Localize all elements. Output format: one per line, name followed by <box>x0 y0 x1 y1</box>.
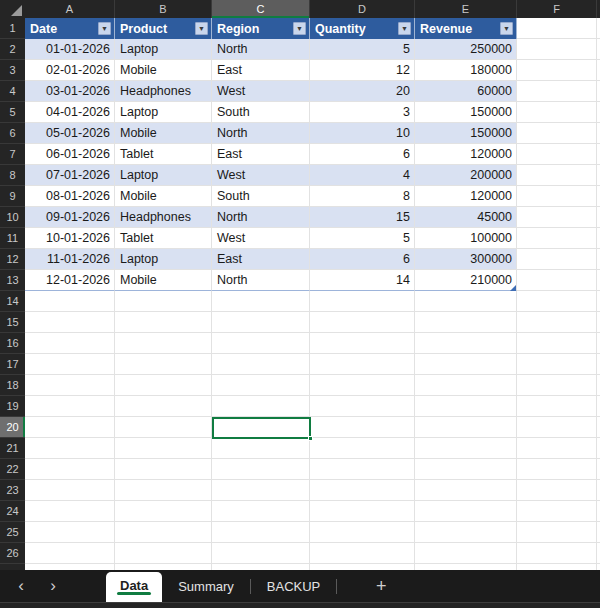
column-header-e[interactable]: E <box>415 0 517 18</box>
cell-d10[interactable]: 15 <box>310 207 415 228</box>
row-header-18[interactable]: 18 <box>0 375 25 396</box>
cell-f16[interactable] <box>517 333 597 354</box>
column-header-c[interactable]: C <box>212 0 310 18</box>
cell-d8[interactable]: 4 <box>310 165 415 186</box>
cell-a3[interactable]: 02-01-2026 <box>25 60 115 81</box>
cell-a18[interactable] <box>25 375 115 396</box>
cell-f9[interactable] <box>517 186 597 207</box>
cell-a20[interactable] <box>25 417 115 438</box>
cell-c19[interactable] <box>212 396 310 417</box>
cell-a9[interactable]: 08-01-2026 <box>25 186 115 207</box>
sheet-tab-backup[interactable]: BACKUP <box>251 570 336 602</box>
table-header-date[interactable]: Date▼ <box>25 18 115 39</box>
cell-a25[interactable] <box>25 522 115 543</box>
cell-f7[interactable] <box>517 144 597 165</box>
cell-a7[interactable]: 06-01-2026 <box>25 144 115 165</box>
cell-b5[interactable]: Laptop <box>115 102 212 123</box>
cell-d24[interactable] <box>310 501 415 522</box>
cell-c22[interactable] <box>212 459 310 480</box>
cell-e4[interactable]: 60000 <box>415 81 517 102</box>
selected-cell-outline[interactable] <box>212 417 311 439</box>
cell-e16[interactable] <box>415 333 517 354</box>
cell-a19[interactable] <box>25 396 115 417</box>
row-header-22[interactable]: 22 <box>0 459 25 480</box>
row-header-6[interactable]: 6 <box>0 123 25 144</box>
cell-b22[interactable] <box>115 459 212 480</box>
cell-a22[interactable] <box>25 459 115 480</box>
cell-b7[interactable]: Tablet <box>115 144 212 165</box>
cell-e6[interactable]: 150000 <box>415 123 517 144</box>
row-header-9[interactable]: 9 <box>0 186 25 207</box>
cell-f5[interactable] <box>517 102 597 123</box>
cell-f8[interactable] <box>517 165 597 186</box>
cell-e11[interactable]: 100000 <box>415 228 517 249</box>
table-header-region[interactable]: Region▼ <box>212 18 310 39</box>
cell-f17[interactable] <box>517 354 597 375</box>
cell-e3[interactable]: 180000 <box>415 60 517 81</box>
cell-b24[interactable] <box>115 501 212 522</box>
cell-d14[interactable] <box>310 291 415 312</box>
cell-c6[interactable]: North <box>212 123 310 144</box>
cell-a12[interactable]: 11-01-2026 <box>25 249 115 270</box>
cell-c10[interactable]: North <box>212 207 310 228</box>
cell-f12[interactable] <box>517 249 597 270</box>
cell-e14[interactable] <box>415 291 517 312</box>
cell-e23[interactable] <box>415 480 517 501</box>
cell-a24[interactable] <box>25 501 115 522</box>
row-header-17[interactable]: 17 <box>0 354 25 375</box>
cell-c11[interactable]: West <box>212 228 310 249</box>
cell-e7[interactable]: 120000 <box>415 144 517 165</box>
cell-d11[interactable]: 5 <box>310 228 415 249</box>
cell-c9[interactable]: South <box>212 186 310 207</box>
cell-a11[interactable]: 10-01-2026 <box>25 228 115 249</box>
cell-a21[interactable] <box>25 438 115 459</box>
filter-button-date[interactable]: ▼ <box>98 22 111 35</box>
cell-c4[interactable]: West <box>212 81 310 102</box>
row-header-3[interactable]: 3 <box>0 60 25 81</box>
cell-f6[interactable] <box>517 123 597 144</box>
cell-f19[interactable] <box>517 396 597 417</box>
table-header-product[interactable]: Product▼ <box>115 18 212 39</box>
cell-b21[interactable] <box>115 438 212 459</box>
cell-a17[interactable] <box>25 354 115 375</box>
cell-f26[interactable] <box>517 543 597 564</box>
cell-c3[interactable]: East <box>212 60 310 81</box>
cell-e20[interactable] <box>415 417 517 438</box>
row-header-25[interactable]: 25 <box>0 522 25 543</box>
cell-c25[interactable] <box>212 522 310 543</box>
cell-d12[interactable]: 6 <box>310 249 415 270</box>
cell-b13[interactable]: Mobile <box>115 270 212 291</box>
column-header-a[interactable]: A <box>25 0 115 18</box>
cell-a15[interactable] <box>25 312 115 333</box>
cell-e10[interactable]: 45000 <box>415 207 517 228</box>
cell-e2[interactable]: 250000 <box>415 39 517 60</box>
cell-b20[interactable] <box>115 417 212 438</box>
filter-button-revenue[interactable]: ▼ <box>500 22 513 35</box>
filter-button-product[interactable]: ▼ <box>195 22 208 35</box>
cell-d25[interactable] <box>310 522 415 543</box>
cell-e25[interactable] <box>415 522 517 543</box>
cell-b15[interactable] <box>115 312 212 333</box>
row-header-8[interactable]: 8 <box>0 165 25 186</box>
row-header-12[interactable]: 12 <box>0 249 25 270</box>
cell-f10[interactable] <box>517 207 597 228</box>
cell-c24[interactable] <box>212 501 310 522</box>
filter-button-quantity[interactable]: ▼ <box>398 22 411 35</box>
cell-d9[interactable]: 8 <box>310 186 415 207</box>
cell-b25[interactable] <box>115 522 212 543</box>
cell-d20[interactable] <box>310 417 415 438</box>
cell-f4[interactable] <box>517 81 597 102</box>
cell-e5[interactable]: 150000 <box>415 102 517 123</box>
cell-d26[interactable] <box>310 543 415 564</box>
cell-d15[interactable] <box>310 312 415 333</box>
cell-f13[interactable] <box>517 270 597 291</box>
cell-a2[interactable]: 01-01-2026 <box>25 39 115 60</box>
cell-e19[interactable] <box>415 396 517 417</box>
cell-d2[interactable]: 5 <box>310 39 415 60</box>
cell-c26[interactable] <box>212 543 310 564</box>
cell[interactable] <box>517 18 597 39</box>
cell-b9[interactable]: Mobile <box>115 186 212 207</box>
cell-c12[interactable]: East <box>212 249 310 270</box>
cell-d4[interactable]: 20 <box>310 81 415 102</box>
row-header-2[interactable]: 2 <box>0 39 25 60</box>
